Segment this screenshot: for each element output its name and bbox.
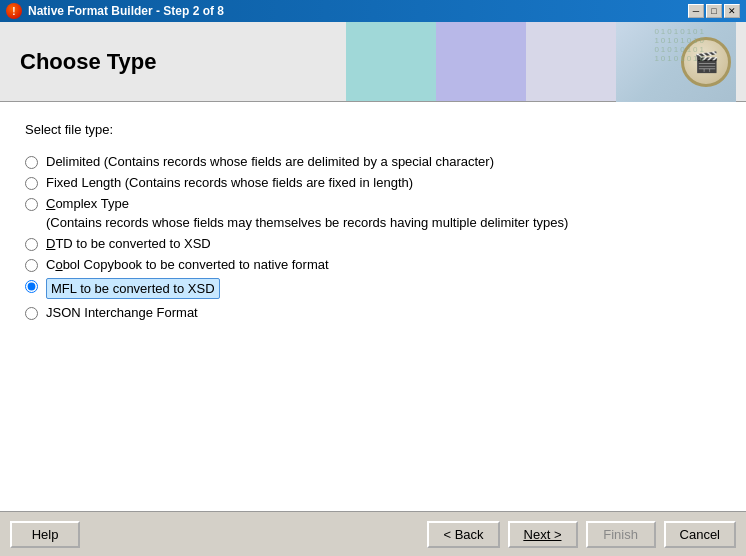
help-button[interactable]: Help [10, 521, 80, 548]
radio-item-json[interactable]: JSON Interchange Format [25, 302, 721, 323]
radio-label-cobol: Cobol Copybook to be converted to native… [46, 257, 329, 272]
graphic-dots: 01010101101010100101010110101010 [654, 27, 706, 63]
radio-label-mfl: MFL to be converted to XSD [46, 278, 220, 299]
step-2 [436, 22, 526, 101]
window-title: Native Format Builder - Step 2 of 8 [28, 4, 224, 18]
close-button[interactable]: ✕ [724, 4, 740, 18]
radio-dtd[interactable] [25, 238, 38, 251]
progress-steps: 01010101101010100101010110101010 🎬 [270, 22, 746, 101]
window-controls: ─ □ ✕ [688, 4, 740, 18]
minimize-button[interactable]: ─ [688, 4, 704, 18]
footer-left: Help [10, 521, 80, 548]
radio-fixed[interactable] [25, 177, 38, 190]
radio-label-complex: Complex Type [46, 196, 129, 211]
maximize-button[interactable]: □ [706, 4, 722, 18]
main-content: Select file type: Delimited (Contains re… [0, 102, 746, 511]
finish-button[interactable]: Finish [586, 521, 656, 548]
radio-item-complex[interactable]: Complex Type [25, 193, 721, 214]
back-button[interactable]: < Back [427, 521, 499, 548]
radio-delimited[interactable] [25, 156, 38, 169]
title-bar-left: ! Native Format Builder - Step 2 of 8 [6, 3, 224, 19]
radio-json[interactable] [25, 307, 38, 320]
next-label: Next > [524, 527, 562, 542]
section-label: Select file type: [25, 122, 721, 137]
footer: Help < Back Next > Finish Cancel [0, 511, 746, 556]
title-bar: ! Native Format Builder - Step 2 of 8 ─ … [0, 0, 746, 22]
radio-complex[interactable] [25, 198, 38, 211]
radio-label-fixed: Fixed Length (Contains records whose fie… [46, 175, 413, 190]
footer-right: < Back Next > Finish Cancel [427, 521, 736, 548]
cancel-button[interactable]: Cancel [664, 521, 736, 548]
step-1 [346, 22, 436, 101]
radio-cobol[interactable] [25, 259, 38, 272]
radio-item-dtd[interactable]: DTD to be converted to XSD [25, 233, 721, 254]
radio-item-fixed[interactable]: Fixed Length (Contains records whose fie… [25, 172, 721, 193]
radio-group: Delimited (Contains records whose fields… [25, 151, 721, 323]
app-icon: ! [6, 3, 22, 19]
next-button[interactable]: Next > [508, 521, 578, 548]
step-3 [526, 22, 616, 101]
header-area: Choose Type 0101010110101010010101011010… [0, 22, 746, 102]
radio-label-delimited: Delimited (Contains records whose fields… [46, 154, 494, 169]
complex-sublabel: (Contains records whose fields may thems… [25, 215, 721, 230]
radio-label-json: JSON Interchange Format [46, 305, 198, 320]
radio-label-dtd: DTD to be converted to XSD [46, 236, 211, 251]
radio-mfl[interactable] [25, 280, 38, 293]
radio-item-mfl[interactable]: MFL to be converted to XSD [25, 275, 721, 302]
radio-item-cobol[interactable]: Cobol Copybook to be converted to native… [25, 254, 721, 275]
header-title-section: Choose Type [0, 22, 270, 101]
page-title: Choose Type [20, 49, 157, 75]
radio-item-delimited[interactable]: Delimited (Contains records whose fields… [25, 151, 721, 172]
wizard-graphic: 01010101101010100101010110101010 🎬 [616, 22, 736, 102]
